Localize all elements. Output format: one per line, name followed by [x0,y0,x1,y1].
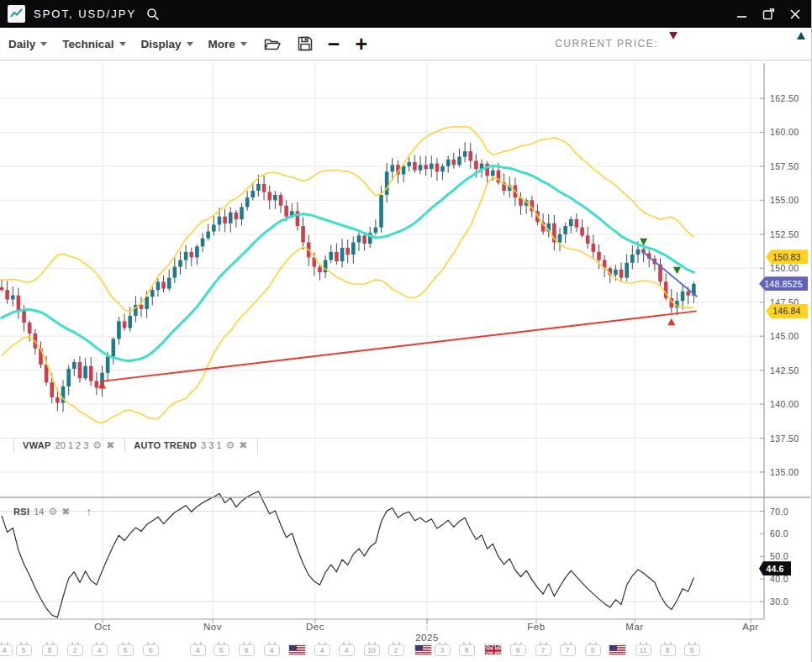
ask-price-pip: 6 [790,42,796,52]
indicator-rsi-params: 14 [34,507,44,517]
popout-window-icon[interactable] [761,7,776,22]
menu-display-label: Display [141,38,182,50]
chevron-down-icon [40,42,47,46]
app-logo-icon [8,5,25,23]
current-price-label: CURRENT PRICE: [555,38,658,50]
zoom-out-button[interactable]: − [328,35,340,52]
zoom-in-button[interactable]: + [355,35,367,52]
menu-technical-label: Technical [62,38,113,50]
sell-signal-marker [673,267,681,275]
indicator-auto-trend-params: 3 3 1 [201,440,221,450]
chevron-down-icon [240,42,247,46]
indicator-vwap: VWAP 20 1 2 3 ⚙ ✖ [13,438,125,453]
chevron-down-icon [187,42,193,46]
minimize-icon[interactable] [734,7,749,22]
rsi-line [2,491,693,617]
gear-icon[interactable]: ⚙ [92,440,102,450]
vwap-upper-band [2,127,693,312]
menu-display[interactable]: Display [141,38,193,50]
bid-price-pip: 9 [715,42,721,52]
menu-timeframe-label: Daily [8,38,35,50]
open-folder-icon[interactable] [264,37,281,51]
toolbar: Daily Technical Display More − + CURRENT… [0,28,811,60]
vwap-mid-line [2,166,693,360]
remove-indicator-icon[interactable]: ✖ [106,440,114,450]
support-trendline [100,311,697,381]
search-icon[interactable] [146,8,160,21]
price-up-arrow-icon [797,32,805,39]
price-chart[interactable] [0,0,812,662]
buy-signal-marker [98,381,106,389]
ask-price-badge: 148.856 [737,34,808,54]
bid-price-value: 148.84 [674,37,715,51]
move-pane-up-icon[interactable]: ↑ [86,505,92,518]
indicator-vwap-name: VWAP [23,440,51,450]
gear-icon[interactable]: ⚙ [49,507,58,517]
buy-signal-marker [667,318,675,326]
save-icon[interactable] [298,36,313,51]
menu-technical[interactable]: Technical [62,38,125,50]
remove-indicator-icon[interactable]: ✖ [61,507,70,517]
ask-price-value: 148.85 [749,37,790,51]
vwap-lower-band [2,177,693,423]
menu-more-label: More [208,38,235,50]
window-title: SPOT, USD/JPY [34,8,136,20]
indicator-rsi-name: RSI [13,507,29,517]
chevron-down-icon [119,42,126,46]
title-bar: SPOT, USD/JPY [0,0,811,28]
close-icon[interactable] [788,7,803,22]
indicator-auto-trend-name: AUTO TREND [134,440,197,450]
candles-layer [0,142,696,412]
gear-icon[interactable]: ⚙ [226,440,235,450]
menu-more[interactable]: More [208,38,247,50]
indicator-rsi: RSI 14 ⚙ ✖ ↑ [13,505,92,518]
remove-indicator-icon[interactable]: ✖ [239,440,247,450]
price-down-arrow-icon [669,32,678,39]
bid-price-badge: 148.849 [667,34,729,54]
indicator-vwap-params: 20 1 2 3 [55,440,89,450]
overlay-indicator-row: VWAP 20 1 2 3 ⚙ ✖ AUTO TREND 3 3 1 ⚙ ✖ [13,438,258,453]
indicator-auto-trend: AUTO TREND 3 3 1 ⚙ ✖ [125,438,258,453]
rsi-indicator-row: RSI 14 ⚙ ✖ ↑ [13,505,92,518]
menu-timeframe[interactable]: Daily [8,38,47,50]
